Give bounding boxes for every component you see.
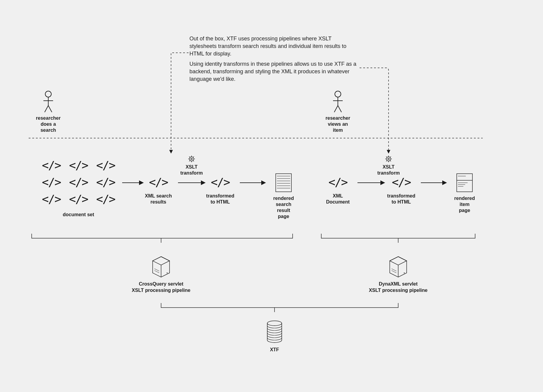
researcher-search-icon — [43, 91, 53, 112]
transformed-right-label: transformed to HTML — [382, 193, 421, 205]
transformed-left-icon — [211, 175, 230, 189]
diagram-canvas: Out of the box, XTF uses processing pipe… — [0, 0, 543, 392]
crossquery-servlet-label: CrossQuery servlet XSLT processing pipel… — [119, 281, 203, 294]
transformed-left-label: transformed to HTML — [201, 193, 240, 205]
xslt-gear-left-icon — [188, 156, 195, 162]
rendered-right-label: rendered item page — [446, 195, 483, 213]
rendered-item-page-icon — [457, 174, 472, 192]
researcher-view-icon — [333, 91, 343, 112]
xml-document-icon — [329, 175, 348, 189]
dynaxml-servlet-icon — [390, 257, 407, 277]
xslt-gear-right-icon — [385, 156, 392, 162]
researcher-view-label: researcher views an item — [320, 115, 356, 133]
transformed-right-icon — [392, 175, 411, 189]
rendered-list-page-icon — [276, 174, 291, 192]
xslt-transform-left-label: XSLT transform — [173, 164, 210, 176]
xml-document-label: XML Document — [320, 193, 356, 205]
xml-search-results-label: XML search results — [139, 193, 178, 205]
researcher-search-label: researcher does a search — [30, 115, 66, 133]
document-set-label: document set — [48, 212, 109, 218]
xml-search-results-icon — [149, 175, 168, 189]
crossquery-servlet-icon — [153, 257, 170, 277]
xtf-db-icon — [267, 321, 282, 343]
rendered-left-label: rendered search result page — [265, 195, 302, 220]
dynaxml-servlet-label: DynaXML servlet XSLT processing pipeline — [356, 281, 440, 294]
xtf-label: XTF — [262, 347, 287, 353]
xslt-transform-right-label: XSLT transform — [370, 164, 407, 176]
document-set-grid — [42, 159, 116, 206]
